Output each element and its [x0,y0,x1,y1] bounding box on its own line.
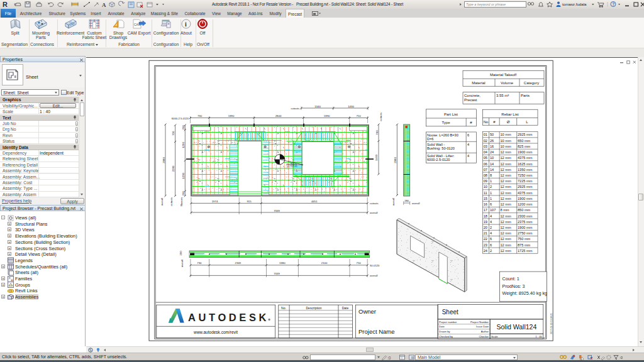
svg-text:24: 24 [490,150,494,154]
svg-text:24: 24 [484,249,487,253]
svg-text:2844: 2844 [275,114,282,118]
svg-text:22: 22 [484,237,487,241]
svg-text:10: 10 [484,185,487,189]
svg-text:26: 26 [490,139,494,143]
svg-text:02: 02 [484,139,487,143]
svg-text:08: 08 [484,173,487,177]
svg-text:2369: 2369 [235,261,242,265]
svg-text:12 mm: 12 mm [501,150,511,154]
svg-text:A: A [102,2,106,8]
svg-text:1: 1 [490,191,492,195]
svg-text:Category: Category [524,81,539,85]
svg-text:Part List: Part List [444,112,458,116]
svg-text:Sheet: Sheet [442,309,458,315]
svg-text:www.autodesk.com/revit: www.autodesk.com/revit [193,330,238,334]
svg-text:875 mm: 875 mm [518,243,531,247]
svg-text:6000-2.5-0120: 6000-2.5-0120 [172,117,189,120]
svg-text:2925 mm: 2925 mm [518,133,533,136]
svg-text:2017-09-03 10:38:21: 2017-09-03 10:38:21 [550,313,553,334]
svg-text:7339: 7339 [274,209,280,212]
svg-text:8: 8 [490,173,492,177]
svg-text:cutouts: cutouts [170,197,173,206]
svg-text:6: 6 [490,237,492,241]
svg-text:2750 mm: 2750 mm [518,231,533,235]
svg-text:17: 17 [484,208,487,212]
svg-text:Checked by: Checked by [439,335,453,338]
svg-text:16: 16 [490,145,494,148]
svg-text:Weight: 8925.40 kg kg: Weight: 8925.40 kg kg [502,290,547,296]
svg-text:1340: 1340 [314,105,321,108]
svg-text:4: 4 [490,231,492,235]
svg-text:2: 2 [490,185,492,189]
svg-text:AUTODESK: AUTODESK [188,312,269,323]
svg-text:730: 730 [197,261,202,265]
svg-text:overall: overall [412,202,419,205]
svg-text:1290: 1290 [182,172,185,178]
svg-text:200: 200 [182,191,185,196]
svg-text:700: 700 [172,131,175,136]
svg-text:07: 07 [484,168,487,172]
svg-text:overall: overall [370,211,377,214]
svg-text:Issue Date: Issue Date [476,325,489,328]
svg-text:750 mm: 750 mm [518,237,531,241]
svg-text:710: 710 [356,114,361,118]
svg-text:12 mm: 12 mm [501,243,511,247]
svg-text:16: 16 [484,202,487,206]
svg-text:1290: 1290 [182,142,185,148]
svg-text:1: 1 [490,179,492,183]
svg-text:ProdNos: 3: ProdNos: 3 [502,283,525,289]
svg-text:Drawn by: Drawn by [439,330,451,333]
svg-text:No.: No. [281,306,286,310]
svg-text:Material Takeoff: Material Takeoff [490,73,516,77]
svg-text:6: 6 [467,133,469,137]
svg-text:280: 280 [404,199,409,202]
svg-text:1625 mm: 1625 mm [518,162,533,166]
svg-text:Parts: Parts [521,94,530,97]
svg-text:15: 15 [484,197,487,200]
svg-text:Owner: Owner [358,308,376,315]
svg-text:4: 4 [467,154,469,158]
svg-text:23: 23 [484,243,487,247]
svg-text:Nooses: Nooses [180,197,183,206]
svg-text:12 mm: 12 mm [501,156,511,160]
svg-text:12 mm: 12 mm [501,249,511,253]
svg-text:2280: 2280 [172,165,175,172]
svg-text:1430: 1430 [348,105,354,108]
svg-text:Author: Author [481,330,489,333]
svg-text:2980: 2980 [162,157,165,163]
svg-text:1: 1 [490,197,492,200]
svg-text:650 mm: 650 mm [518,139,531,143]
svg-text:2980: 2980 [394,157,397,163]
svg-text:11: 11 [484,191,487,195]
svg-text:D=6: D=6 [427,137,433,141]
svg-text:7339: 7339 [274,272,280,275]
svg-text:50-0120: 50-0120 [370,264,380,267]
svg-text:1900 mm: 1900 mm [518,197,533,200]
svg-text:Solid Wall -: Solid Wall - [427,143,445,146]
svg-text:14: 14 [490,162,494,166]
svg-text:Date: Date [342,306,349,310]
svg-text:21: 21 [484,231,487,235]
svg-text:Project Number: Project Number [470,321,489,324]
svg-text:8 mm: 8 mm [501,208,509,212]
svg-text:10 mm: 10 mm [501,133,511,136]
svg-text:Project number: Project number [439,321,457,324]
svg-text:2300 mm: 2300 mm [518,214,533,218]
svg-text:overall: overall [180,260,184,267]
svg-text:?: ? [612,2,614,6]
svg-text:2925 mm: 2925 mm [518,185,533,189]
svg-text:cutouts: cutouts [291,107,299,110]
svg-text:12 mm: 12 mm [501,168,511,172]
svg-text:Concrete,: Concrete, [464,94,480,97]
svg-text:Bushing: 50-0120: Bushing: 50-0120 [427,146,455,150]
svg-text:Count: 1: Count: 1 [502,276,519,282]
svg-text:12 mm: 12 mm [501,197,511,200]
svg-text:12 mm: 12 mm [501,179,511,183]
svg-text:overall: overall [160,198,164,206]
svg-text:19: 19 [484,220,487,224]
svg-text:1900 mm: 1900 mm [518,150,533,154]
svg-text:12 mm: 12 mm [501,162,511,166]
svg-text:4375 mm: 4375 mm [518,156,533,160]
svg-text:7250 mm: 7250 mm [518,173,533,177]
svg-text:cutouts: cutouts [370,202,379,205]
